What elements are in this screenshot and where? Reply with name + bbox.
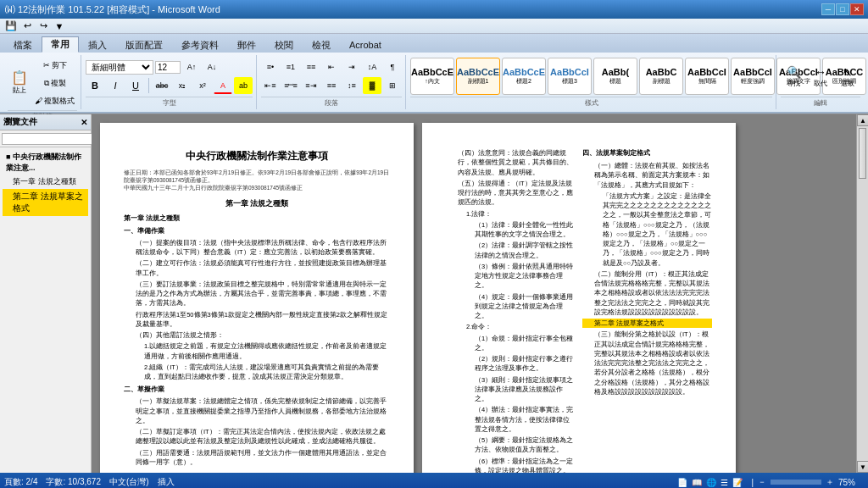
page1-para3: （三）要訂法規事業：法規政策目標之整完規格中，特別需常常通適用在與特示一定法的是… bbox=[124, 280, 390, 308]
line-spacing-button[interactable]: ↕≡ bbox=[342, 77, 361, 94]
cut-button[interactable]: ✂ 剪下 bbox=[32, 57, 77, 74]
scroll-thumb[interactable] bbox=[859, 128, 866, 179]
tab-view[interactable]: 檢視 bbox=[303, 36, 340, 53]
panel-search-input[interactable] bbox=[2, 133, 102, 145]
bold-button[interactable]: B bbox=[86, 77, 104, 94]
tab-home[interactable]: 常用 bbox=[42, 36, 79, 53]
qa-dropdown-button[interactable]: ▼ bbox=[53, 20, 66, 32]
borders-button[interactable]: ⊞ bbox=[383, 77, 402, 94]
status-left: 頁數: 2/4 字數: 10/3,672 中文(台灣) 插入 bbox=[4, 476, 175, 488]
close-button[interactable]: ✕ bbox=[850, 3, 864, 15]
view-web-icon[interactable]: 🌐 bbox=[706, 478, 716, 487]
underline-button[interactable]: U bbox=[126, 77, 145, 94]
scroll-track[interactable] bbox=[857, 126, 868, 461]
page1-para1: （一）提案的復目項：法規（指中央法規標準法所稱法律、命令，包含行政程序法所稱法規… bbox=[124, 238, 390, 258]
numbering-button[interactable]: ≡1 bbox=[281, 58, 300, 75]
justify-button[interactable]: ≡≡ bbox=[322, 77, 341, 94]
subscript-button[interactable]: x₂ bbox=[173, 77, 192, 94]
zoom-out-button[interactable]: － bbox=[758, 476, 766, 488]
align-left-button[interactable]: ⇤≡ bbox=[261, 77, 280, 94]
increase-font-button[interactable]: A↑ bbox=[182, 58, 201, 75]
panel-close-icon[interactable]: ✕ bbox=[81, 118, 87, 127]
style-heading1[interactable]: AaBbCcE 副標題1 bbox=[456, 58, 500, 95]
style-subtitle[interactable]: AaBbC 副標題 bbox=[639, 58, 683, 95]
page1-para6: 1.以總括規定之前題，有規定立法機關得或應依總括性規定，作前者及前者適規定通用做… bbox=[124, 341, 390, 361]
scroll-up-button[interactable]: ▲ bbox=[857, 114, 868, 126]
paste-button[interactable]: 📋 貼上 bbox=[8, 62, 31, 104]
separator bbox=[148, 78, 149, 93]
vertical-scrollbar[interactable]: ▲ ▼ bbox=[856, 114, 868, 473]
zoom-in-button[interactable]: ＋ bbox=[826, 476, 834, 488]
show-marks-button[interactable]: ¶ bbox=[383, 58, 402, 75]
align-right-button[interactable]: ≡⇥ bbox=[302, 77, 320, 94]
copy-button[interactable]: ⧉ 複製 bbox=[32, 75, 77, 92]
cut-icon: ✂ bbox=[43, 61, 50, 69]
font-size-input[interactable] bbox=[155, 61, 181, 74]
title-text: 12法制作業 101.5.22 [相容模式] - Microsoft Word bbox=[18, 3, 220, 16]
decrease-indent-button[interactable]: ⇤ bbox=[322, 58, 341, 75]
minimize-button[interactable]: ─ bbox=[821, 3, 835, 15]
find-button[interactable]: 🔍 尋找 bbox=[781, 58, 806, 95]
decrease-font-button[interactable]: A↓ bbox=[203, 58, 221, 75]
p2-cmd1: （1）命規：最針指定行事全包種之。 bbox=[446, 334, 576, 353]
sort-button[interactable]: ↕A bbox=[363, 58, 381, 75]
save-qa-button[interactable]: 💾 bbox=[4, 20, 18, 32]
strikethrough-button[interactable]: abc bbox=[153, 77, 171, 94]
page1-draft-header: 二、草擬作業 bbox=[124, 385, 390, 395]
insert-mode[interactable]: 插入 bbox=[158, 476, 175, 488]
restore-button[interactable]: □ bbox=[836, 3, 849, 15]
bullets-button[interactable]: ≡• bbox=[261, 58, 280, 75]
replace-icon: ↔ bbox=[815, 65, 826, 79]
view-outline-icon[interactable]: ☰ bbox=[721, 478, 728, 487]
view-draft-icon[interactable]: 📝 bbox=[732, 478, 743, 487]
font-name-selector[interactable]: 新細明體 bbox=[86, 60, 153, 75]
style-title[interactable]: AaBb( 標題 bbox=[593, 58, 637, 95]
style-emphasis[interactable]: AaBbCcI 無間隔 bbox=[685, 58, 729, 95]
format-painter-button[interactable]: 🖌 複製格式 bbox=[32, 92, 77, 109]
panel-search[interactable]: 🔍 bbox=[0, 130, 91, 147]
select-button[interactable]: ↖ 選取 bbox=[835, 58, 860, 95]
style-heading2[interactable]: AaBbCcE 標題2 bbox=[502, 58, 546, 95]
tab-layout[interactable]: 版面配置 bbox=[116, 36, 172, 53]
page2-col2: 四、法規草案制定格式 （一）總體：法規在前其規、如按法名稱為第示名稱、前面定其方… bbox=[582, 148, 712, 473]
tab-file[interactable]: 檔案 bbox=[4, 36, 42, 53]
view-normal-icon[interactable]: 📄 bbox=[677, 478, 687, 487]
doc-area[interactable]: 中央行政機關法制作業注意事項 修正日期：本部已函知各部會於93年2月19日修正。… bbox=[92, 114, 856, 473]
font-color-button[interactable]: A bbox=[214, 77, 232, 94]
scroll-down-button[interactable]: ▼ bbox=[857, 461, 868, 473]
redo-qa-button[interactable]: ↪ bbox=[36, 20, 50, 32]
tab-mailings[interactable]: 郵件 bbox=[228, 36, 265, 53]
shading-button[interactable]: ▓ bbox=[363, 77, 381, 94]
italic-button[interactable]: I bbox=[106, 77, 125, 94]
tab-acrobat[interactable]: Acrobat bbox=[340, 36, 391, 53]
style-intense[interactable]: AaBbCcI 輕度強調 bbox=[731, 58, 775, 95]
highlighted-section2-text: 第二章 法規草案之格式 bbox=[594, 319, 664, 327]
replace-button[interactable]: ↔ 取代 bbox=[808, 58, 833, 95]
view-reading-icon[interactable]: 📖 bbox=[692, 478, 702, 487]
page-info: 頁數: 2/4 bbox=[4, 476, 37, 488]
nav-item-chapter2[interactable]: 第二章 法規草案之格式 bbox=[3, 189, 88, 216]
page2-col1: （四）法意意同：法規合義的同總規行，依整個性質之規範，其共條目的、內容及法規、應… bbox=[446, 148, 576, 473]
panel-header: 瀏覽文件 ✕ bbox=[0, 114, 91, 130]
nav-item-chapter1[interactable]: 第一章 法規之種類 bbox=[3, 175, 88, 189]
tab-references[interactable]: 參考資料 bbox=[172, 36, 228, 53]
multilevel-list-button[interactable]: ≡≡ bbox=[302, 58, 320, 75]
ribbon-main-row: 📋 貼上 ✂ 剪下 ⧉ 複製 🖌 bbox=[4, 55, 864, 109]
zoom-slider[interactable] bbox=[771, 480, 821, 485]
find-icon: 🔍 bbox=[787, 65, 801, 79]
superscript-button[interactable]: x² bbox=[193, 77, 212, 94]
nav-item-main[interactable]: ■ 中央行政機關法制作業注意... bbox=[3, 150, 88, 175]
undo-qa-button[interactable]: ↩ bbox=[20, 20, 34, 32]
word-count: 字數: 10/3,672 bbox=[46, 476, 100, 488]
style-normal[interactable]: AaBbCcE ↑內文 bbox=[410, 58, 454, 95]
style-heading3[interactable]: AaBbCcI 標題3 bbox=[548, 58, 592, 95]
tab-insert[interactable]: 插入 bbox=[79, 36, 116, 53]
zoom-level[interactable]: 75% bbox=[838, 478, 864, 487]
highlight-button[interactable]: ab bbox=[234, 77, 253, 94]
p2-law1-2: （2）法律：最針調字管轄之按性法律的之情況合理之。 bbox=[446, 241, 576, 260]
page1-section1-title: 第一章 法規之種類 bbox=[124, 198, 390, 210]
increase-indent-button[interactable]: ⇥ bbox=[342, 58, 361, 75]
align-center-button[interactable]: ≡⎶≡ bbox=[281, 77, 300, 94]
tab-review[interactable]: 校閱 bbox=[265, 36, 303, 53]
title-bar: 🄦 12法制作業 101.5.22 [相容模式] - Microsoft Wor… bbox=[0, 0, 868, 19]
